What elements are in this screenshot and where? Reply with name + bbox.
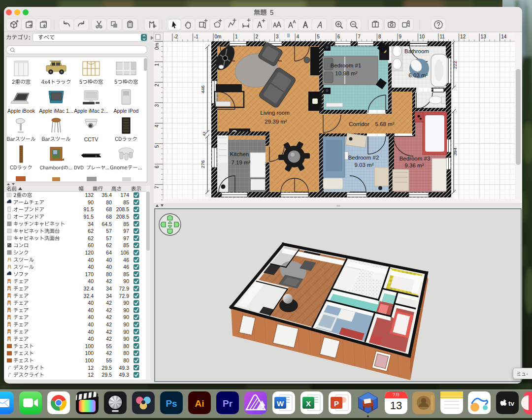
svg-text:13: 13: [390, 399, 402, 412]
svg-text:Ai: Ai: [195, 398, 204, 409]
svg-text:P: P: [334, 399, 339, 408]
svg-text:X: X: [306, 399, 311, 408]
svg-text:W: W: [277, 399, 284, 408]
svg-text:Ps: Ps: [166, 398, 177, 409]
svg-text:Pr: Pr: [223, 398, 233, 409]
svg-text:tv: tv: [508, 400, 514, 407]
